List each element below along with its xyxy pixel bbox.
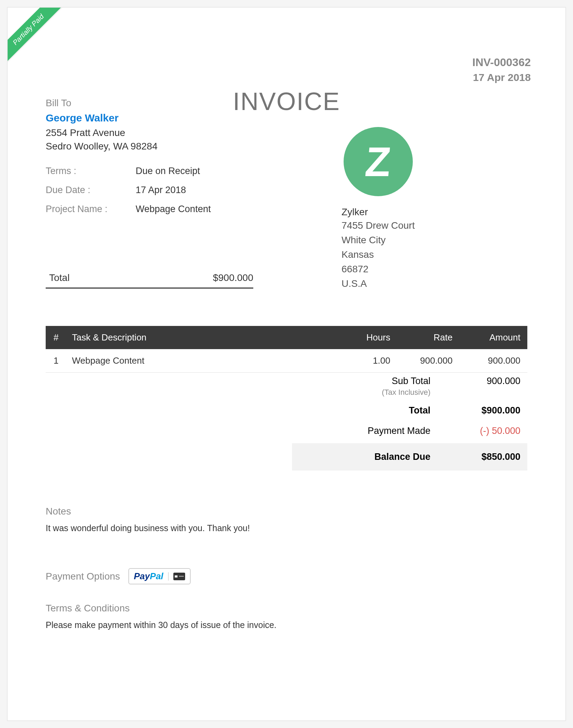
invoice-document: Partially Paid INV-000362 17 Apr 2018 Bi… bbox=[7, 7, 566, 721]
project-value: Webpage Content bbox=[136, 204, 211, 215]
meta-row-project: Project Name : Webpage Content bbox=[46, 200, 239, 219]
customer-name-link[interactable]: George Walker bbox=[46, 112, 219, 124]
payment-row: Payment Made (-) 50.000 bbox=[292, 421, 527, 441]
payment-value: (-) 50.000 bbox=[451, 426, 520, 436]
col-rate: Rate bbox=[396, 326, 458, 349]
notes-body: It was wonderful doing business with you… bbox=[46, 523, 527, 533]
document-title: INVOICE bbox=[233, 87, 340, 116]
project-label: Project Name : bbox=[46, 204, 136, 215]
total-value: $900.000 bbox=[451, 405, 520, 416]
paypal-button[interactable]: PayPal bbox=[128, 568, 191, 584]
summary-total-label: Total bbox=[46, 272, 70, 283]
meta-row-due-date: Due Date : 17 Apr 2018 bbox=[46, 181, 239, 200]
meta-row-terms: Terms : Due on Receipt bbox=[46, 162, 239, 181]
terms-section: Terms & Conditions Please make payment w… bbox=[46, 603, 527, 630]
company-logo: Z bbox=[344, 127, 413, 196]
invoice-date: 17 Apr 2018 bbox=[472, 72, 531, 83]
col-hours: Hours bbox=[334, 326, 396, 349]
totals-section: Sub Total 900.000 (Tax Inclusive) Total … bbox=[292, 371, 527, 471]
total-row: Total $900.000 bbox=[292, 400, 527, 421]
status-ribbon: Partially Paid bbox=[8, 8, 66, 66]
company-name: Zylker bbox=[342, 207, 415, 218]
divider bbox=[168, 572, 169, 581]
payment-options-section: Payment Options PayPal bbox=[46, 568, 191, 584]
payment-options-heading: Payment Options bbox=[46, 571, 120, 582]
invoice-meta-table: Terms : Due on Receipt Due Date : 17 Apr… bbox=[46, 162, 239, 219]
cell-hours: 1.00 bbox=[334, 349, 396, 373]
balance-row: Balance Due $850.000 bbox=[292, 443, 527, 471]
invoice-number: INV-000362 bbox=[472, 56, 531, 69]
terms-label: Terms : bbox=[46, 166, 136, 176]
company-block: Z Zylker 7455 Drew Court White City Kans… bbox=[342, 127, 415, 291]
notes-heading: Notes bbox=[46, 506, 527, 517]
paypal-icon: PayPal bbox=[134, 571, 163, 582]
subtotal-label: Sub Total bbox=[299, 376, 451, 386]
bill-to-label: Bill To bbox=[46, 98, 219, 109]
status-badge: Partially Paid bbox=[8, 8, 63, 64]
company-addr3: Kansas bbox=[342, 247, 415, 262]
balance-label: Balance Due bbox=[299, 452, 451, 462]
col-amount: Amount bbox=[458, 326, 527, 349]
customer-address-line2: Sedro Woolley, WA 98284 bbox=[46, 139, 219, 153]
tax-note: (Tax Inclusive) bbox=[292, 388, 527, 397]
cell-rate: 900.000 bbox=[396, 349, 458, 373]
cell-desc: Webpage Content bbox=[66, 349, 334, 373]
terms-value: Due on Receipt bbox=[136, 166, 200, 176]
balance-value: $850.000 bbox=[451, 452, 520, 462]
subtotal-value: 900.000 bbox=[451, 376, 520, 386]
customer-address-line1: 2554 Pratt Avenue bbox=[46, 126, 219, 139]
company-addr2: White City bbox=[342, 233, 415, 247]
company-addr4: 66872 bbox=[342, 262, 415, 276]
summary-total-value: $900.000 bbox=[213, 272, 253, 283]
table-header-row: # Task & Description Hours Rate Amount bbox=[46, 326, 527, 349]
payment-label: Payment Made bbox=[299, 426, 451, 436]
line-items-table: # Task & Description Hours Rate Amount 1… bbox=[46, 326, 527, 373]
credit-card-icon bbox=[173, 573, 185, 580]
total-label: Total bbox=[299, 405, 451, 416]
cell-amount: 900.000 bbox=[458, 349, 527, 373]
due-date-label: Due Date : bbox=[46, 185, 136, 195]
company-addr1: 7455 Drew Court bbox=[342, 218, 415, 233]
terms-heading: Terms & Conditions bbox=[46, 603, 527, 614]
cell-num: 1 bbox=[46, 349, 66, 373]
notes-section: Notes It was wonderful doing business wi… bbox=[46, 506, 527, 533]
company-addr5: U.S.A bbox=[342, 276, 415, 291]
due-date-value: 17 Apr 2018 bbox=[136, 185, 186, 195]
summary-total-box: Total $900.000 bbox=[46, 272, 253, 289]
col-num: # bbox=[46, 326, 66, 349]
header-meta: INV-000362 17 Apr 2018 bbox=[472, 56, 531, 83]
table-row: 1 Webpage Content 1.00 900.000 900.000 bbox=[46, 349, 527, 373]
col-desc: Task & Description bbox=[66, 326, 334, 349]
logo-letter: Z bbox=[363, 138, 393, 185]
terms-body: Please make payment within 30 days of is… bbox=[46, 620, 527, 630]
bill-to-block: Bill To George Walker 2554 Pratt Avenue … bbox=[46, 98, 219, 153]
